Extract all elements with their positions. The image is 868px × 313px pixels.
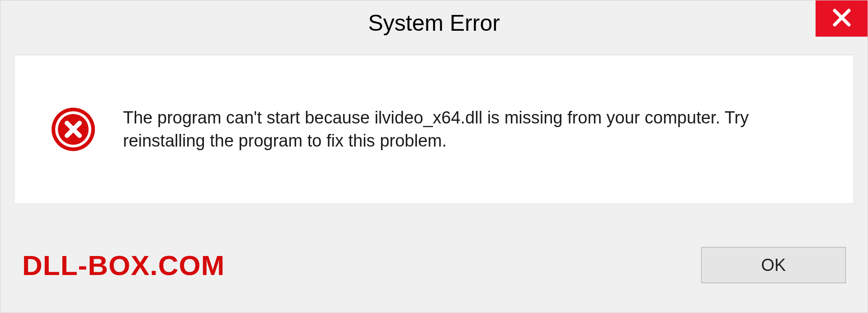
titlebar: System Error [0,0,868,46]
error-icon [51,107,96,152]
branding-text: DLL-BOX.COM [22,249,225,281]
dialog-footer: DLL-BOX.COM OK [0,218,868,313]
close-button[interactable] [816,0,868,37]
error-message: The program can't start because ilvideo_… [123,106,756,153]
dialog-title: System Error [368,10,500,36]
content-panel: The program can't start because ilvideo_… [14,55,854,204]
close-icon [832,8,851,29]
ok-button[interactable]: OK [701,247,846,283]
error-dialog: System Error The program can't start bec… [0,0,868,313]
